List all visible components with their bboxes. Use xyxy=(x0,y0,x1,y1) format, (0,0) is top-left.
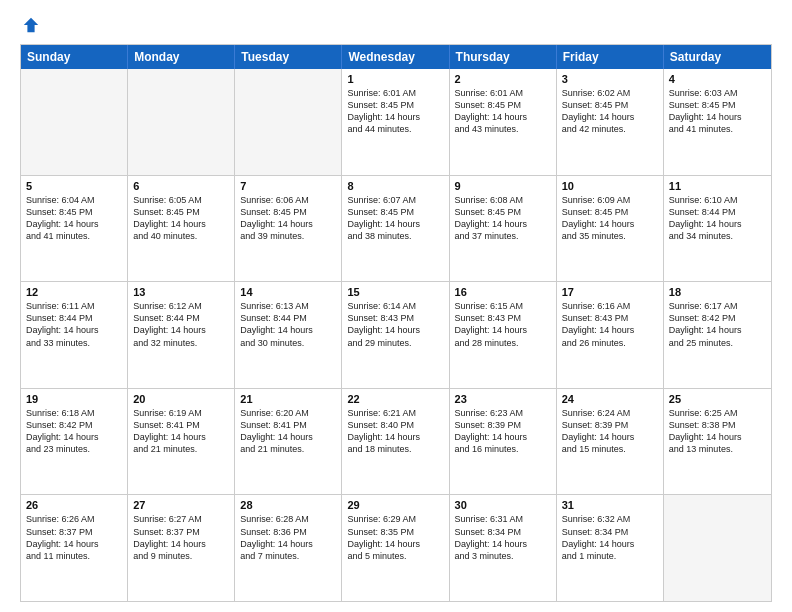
calendar-cell: 2Sunrise: 6:01 AM Sunset: 8:45 PM Daylig… xyxy=(450,69,557,175)
day-number: 29 xyxy=(347,499,443,511)
day-info: Sunrise: 6:09 AM Sunset: 8:45 PM Dayligh… xyxy=(562,194,658,243)
day-number: 18 xyxy=(669,286,766,298)
day-number: 19 xyxy=(26,393,122,405)
day-info: Sunrise: 6:20 AM Sunset: 8:41 PM Dayligh… xyxy=(240,407,336,456)
calendar-cell xyxy=(128,69,235,175)
day-info: Sunrise: 6:08 AM Sunset: 8:45 PM Dayligh… xyxy=(455,194,551,243)
day-info: Sunrise: 6:19 AM Sunset: 8:41 PM Dayligh… xyxy=(133,407,229,456)
day-number: 16 xyxy=(455,286,551,298)
calendar-header-cell: Wednesday xyxy=(342,45,449,69)
calendar-cell: 23Sunrise: 6:23 AM Sunset: 8:39 PM Dayli… xyxy=(450,389,557,495)
calendar-cell: 8Sunrise: 6:07 AM Sunset: 8:45 PM Daylig… xyxy=(342,176,449,282)
calendar-cell: 4Sunrise: 6:03 AM Sunset: 8:45 PM Daylig… xyxy=(664,69,771,175)
calendar-header-cell: Saturday xyxy=(664,45,771,69)
day-info: Sunrise: 6:05 AM Sunset: 8:45 PM Dayligh… xyxy=(133,194,229,243)
day-info: Sunrise: 6:21 AM Sunset: 8:40 PM Dayligh… xyxy=(347,407,443,456)
calendar-row: 1Sunrise: 6:01 AM Sunset: 8:45 PM Daylig… xyxy=(21,69,771,175)
calendar-row: 19Sunrise: 6:18 AM Sunset: 8:42 PM Dayli… xyxy=(21,388,771,495)
calendar-header-cell: Monday xyxy=(128,45,235,69)
day-number: 7 xyxy=(240,180,336,192)
calendar-cell: 10Sunrise: 6:09 AM Sunset: 8:45 PM Dayli… xyxy=(557,176,664,282)
day-info: Sunrise: 6:26 AM Sunset: 8:37 PM Dayligh… xyxy=(26,513,122,562)
day-number: 5 xyxy=(26,180,122,192)
calendar-cell: 6Sunrise: 6:05 AM Sunset: 8:45 PM Daylig… xyxy=(128,176,235,282)
calendar-cell: 31Sunrise: 6:32 AM Sunset: 8:34 PM Dayli… xyxy=(557,495,664,601)
day-number: 11 xyxy=(669,180,766,192)
calendar-cell: 12Sunrise: 6:11 AM Sunset: 8:44 PM Dayli… xyxy=(21,282,128,388)
day-info: Sunrise: 6:27 AM Sunset: 8:37 PM Dayligh… xyxy=(133,513,229,562)
calendar-cell: 13Sunrise: 6:12 AM Sunset: 8:44 PM Dayli… xyxy=(128,282,235,388)
day-number: 23 xyxy=(455,393,551,405)
calendar-cell: 1Sunrise: 6:01 AM Sunset: 8:45 PM Daylig… xyxy=(342,69,449,175)
day-number: 30 xyxy=(455,499,551,511)
calendar-cell: 21Sunrise: 6:20 AM Sunset: 8:41 PM Dayli… xyxy=(235,389,342,495)
day-number: 15 xyxy=(347,286,443,298)
day-number: 6 xyxy=(133,180,229,192)
day-number: 25 xyxy=(669,393,766,405)
calendar-body: 1Sunrise: 6:01 AM Sunset: 8:45 PM Daylig… xyxy=(21,69,771,601)
day-info: Sunrise: 6:14 AM Sunset: 8:43 PM Dayligh… xyxy=(347,300,443,349)
day-number: 17 xyxy=(562,286,658,298)
calendar-cell xyxy=(664,495,771,601)
calendar-header: SundayMondayTuesdayWednesdayThursdayFrid… xyxy=(21,45,771,69)
day-info: Sunrise: 6:03 AM Sunset: 8:45 PM Dayligh… xyxy=(669,87,766,136)
day-number: 9 xyxy=(455,180,551,192)
day-info: Sunrise: 6:25 AM Sunset: 8:38 PM Dayligh… xyxy=(669,407,766,456)
calendar-header-cell: Thursday xyxy=(450,45,557,69)
calendar-cell: 19Sunrise: 6:18 AM Sunset: 8:42 PM Dayli… xyxy=(21,389,128,495)
day-number: 21 xyxy=(240,393,336,405)
day-info: Sunrise: 6:07 AM Sunset: 8:45 PM Dayligh… xyxy=(347,194,443,243)
day-info: Sunrise: 6:17 AM Sunset: 8:42 PM Dayligh… xyxy=(669,300,766,349)
calendar-cell: 28Sunrise: 6:28 AM Sunset: 8:36 PM Dayli… xyxy=(235,495,342,601)
calendar-cell: 9Sunrise: 6:08 AM Sunset: 8:45 PM Daylig… xyxy=(450,176,557,282)
calendar-cell xyxy=(21,69,128,175)
calendar-header-cell: Tuesday xyxy=(235,45,342,69)
day-number: 28 xyxy=(240,499,336,511)
day-info: Sunrise: 6:11 AM Sunset: 8:44 PM Dayligh… xyxy=(26,300,122,349)
calendar-cell: 26Sunrise: 6:26 AM Sunset: 8:37 PM Dayli… xyxy=(21,495,128,601)
calendar-cell: 17Sunrise: 6:16 AM Sunset: 8:43 PM Dayli… xyxy=(557,282,664,388)
calendar-row: 12Sunrise: 6:11 AM Sunset: 8:44 PM Dayli… xyxy=(21,281,771,388)
page: SundayMondayTuesdayWednesdayThursdayFrid… xyxy=(0,0,792,612)
calendar-cell: 30Sunrise: 6:31 AM Sunset: 8:34 PM Dayli… xyxy=(450,495,557,601)
calendar-cell: 11Sunrise: 6:10 AM Sunset: 8:44 PM Dayli… xyxy=(664,176,771,282)
header xyxy=(20,16,772,34)
calendar-cell: 18Sunrise: 6:17 AM Sunset: 8:42 PM Dayli… xyxy=(664,282,771,388)
calendar-cell: 22Sunrise: 6:21 AM Sunset: 8:40 PM Dayli… xyxy=(342,389,449,495)
calendar-cell: 15Sunrise: 6:14 AM Sunset: 8:43 PM Dayli… xyxy=(342,282,449,388)
calendar-header-cell: Friday xyxy=(557,45,664,69)
logo xyxy=(20,16,40,34)
day-info: Sunrise: 6:28 AM Sunset: 8:36 PM Dayligh… xyxy=(240,513,336,562)
day-info: Sunrise: 6:31 AM Sunset: 8:34 PM Dayligh… xyxy=(455,513,551,562)
calendar-cell: 7Sunrise: 6:06 AM Sunset: 8:45 PM Daylig… xyxy=(235,176,342,282)
calendar-cell: 24Sunrise: 6:24 AM Sunset: 8:39 PM Dayli… xyxy=(557,389,664,495)
day-number: 13 xyxy=(133,286,229,298)
calendar: SundayMondayTuesdayWednesdayThursdayFrid… xyxy=(20,44,772,602)
day-number: 2 xyxy=(455,73,551,85)
calendar-row: 5Sunrise: 6:04 AM Sunset: 8:45 PM Daylig… xyxy=(21,175,771,282)
svg-marker-0 xyxy=(24,18,38,32)
calendar-cell: 20Sunrise: 6:19 AM Sunset: 8:41 PM Dayli… xyxy=(128,389,235,495)
calendar-cell: 14Sunrise: 6:13 AM Sunset: 8:44 PM Dayli… xyxy=(235,282,342,388)
day-number: 22 xyxy=(347,393,443,405)
day-info: Sunrise: 6:16 AM Sunset: 8:43 PM Dayligh… xyxy=(562,300,658,349)
day-info: Sunrise: 6:10 AM Sunset: 8:44 PM Dayligh… xyxy=(669,194,766,243)
calendar-cell: 27Sunrise: 6:27 AM Sunset: 8:37 PM Dayli… xyxy=(128,495,235,601)
day-number: 10 xyxy=(562,180,658,192)
day-info: Sunrise: 6:24 AM Sunset: 8:39 PM Dayligh… xyxy=(562,407,658,456)
calendar-cell: 5Sunrise: 6:04 AM Sunset: 8:45 PM Daylig… xyxy=(21,176,128,282)
day-number: 3 xyxy=(562,73,658,85)
day-info: Sunrise: 6:32 AM Sunset: 8:34 PM Dayligh… xyxy=(562,513,658,562)
day-number: 8 xyxy=(347,180,443,192)
day-info: Sunrise: 6:13 AM Sunset: 8:44 PM Dayligh… xyxy=(240,300,336,349)
day-number: 20 xyxy=(133,393,229,405)
calendar-cell: 29Sunrise: 6:29 AM Sunset: 8:35 PM Dayli… xyxy=(342,495,449,601)
day-info: Sunrise: 6:01 AM Sunset: 8:45 PM Dayligh… xyxy=(455,87,551,136)
day-number: 31 xyxy=(562,499,658,511)
day-info: Sunrise: 6:18 AM Sunset: 8:42 PM Dayligh… xyxy=(26,407,122,456)
calendar-row: 26Sunrise: 6:26 AM Sunset: 8:37 PM Dayli… xyxy=(21,494,771,601)
day-number: 26 xyxy=(26,499,122,511)
day-number: 1 xyxy=(347,73,443,85)
day-info: Sunrise: 6:04 AM Sunset: 8:45 PM Dayligh… xyxy=(26,194,122,243)
day-info: Sunrise: 6:12 AM Sunset: 8:44 PM Dayligh… xyxy=(133,300,229,349)
